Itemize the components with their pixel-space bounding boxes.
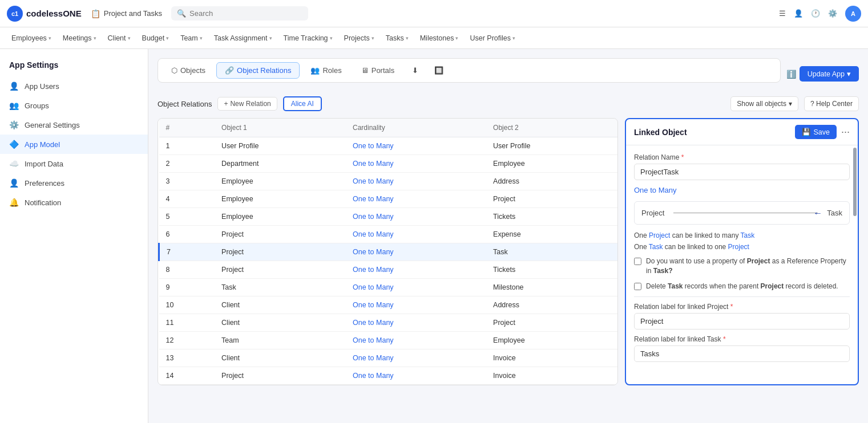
relation-text-2: One Task can be linked to one Project: [634, 243, 850, 251]
cell-obj1: Task: [215, 279, 346, 296]
new-relation-button[interactable]: + New Relation: [217, 97, 277, 111]
sidebar-item-meetings[interactable]: Meetings ▾: [58, 32, 101, 44]
sidebar-item-employees[interactable]: Employees ▾: [7, 32, 56, 44]
cell-obj1: Employee: [215, 208, 346, 226]
tab-more[interactable]: 🔲: [427, 63, 450, 78]
more-options-button[interactable]: ···: [841, 126, 850, 138]
sidebar-item-time-tracking[interactable]: Time Tracking ▾: [279, 32, 337, 44]
cell-cardinality[interactable]: One to Many: [346, 261, 486, 279]
cell-obj2: Address: [486, 173, 617, 190]
cell-obj2: Invoice: [486, 349, 617, 367]
alice-ai-label: Alice AI: [291, 100, 314, 108]
tab-roles[interactable]: 👥 Roles: [302, 62, 350, 79]
relation-obj1-rev-text: Project: [728, 243, 749, 251]
table-row[interactable]: 4 Employee One to Many Project: [159, 190, 618, 208]
cell-obj2: Tickets: [486, 261, 617, 279]
table-row[interactable]: 8 Project One to Many Tickets: [159, 261, 618, 279]
cell-cardinality[interactable]: One to Many: [346, 226, 486, 243]
cell-obj2: Task: [486, 243, 617, 261]
help-center-button[interactable]: ? Help Center: [804, 96, 859, 111]
table-row[interactable]: 9 Task One to Many Milestone: [159, 279, 618, 296]
layers-icon[interactable]: ☰: [779, 9, 786, 18]
cardinality-select[interactable]: One to Many: [634, 186, 850, 194]
sidebar-item-groups[interactable]: 👥 Groups: [0, 96, 148, 115]
sidebar-item-app-model[interactable]: 🔷 App Model: [0, 135, 148, 154]
sidebar-label-notification: Notification: [25, 198, 61, 207]
tab-objects[interactable]: ⬡ Objects: [163, 62, 214, 79]
info-icon[interactable]: ℹ️: [786, 70, 796, 79]
settings-icon[interactable]: ⚙️: [828, 9, 837, 18]
sidebar-item-import-data[interactable]: ☁️ Import Data: [0, 154, 148, 173]
cell-obj1: Project: [215, 243, 346, 261]
sidebar-item-budget[interactable]: Budget ▾: [138, 32, 174, 44]
cell-cardinality[interactable]: One to Many: [346, 208, 486, 226]
sidebar-item-projects[interactable]: Projects ▾: [340, 32, 379, 44]
sidebar-item-notification[interactable]: 🔔 Notification: [0, 193, 148, 212]
cell-obj2: Milestone: [486, 279, 617, 296]
cell-num: 13: [159, 349, 215, 367]
cell-cardinality[interactable]: One to Many: [346, 279, 486, 296]
delete-records-checkbox[interactable]: [634, 283, 641, 290]
dropdown-arrow-icon: ▾: [847, 70, 851, 78]
table-row[interactable]: 12 Team One to Many Employee: [159, 332, 618, 349]
user-add-icon[interactable]: 👤: [794, 9, 803, 18]
history-icon[interactable]: 🕐: [811, 9, 820, 18]
sidebar-item-milestones[interactable]: Milestones ▾: [415, 32, 463, 44]
cell-num: 8: [159, 261, 215, 279]
table-row[interactable]: 2 Department One to Many Employee: [159, 155, 618, 173]
show-all-objects-button[interactable]: Show all objects ▾: [730, 96, 798, 111]
table-row[interactable]: 1 User Profile One to Many User Profile: [159, 137, 618, 155]
chevron-down-icon: ▾: [94, 35, 96, 41]
objects-tab-icon: ⬡: [171, 66, 177, 75]
logo-text: codelessONE: [26, 9, 82, 18]
sidebar-item-app-users[interactable]: 👤 App Users: [0, 76, 148, 96]
sidebar-item-task-assignment[interactable]: Task Assignment ▾: [209, 32, 277, 44]
table-row[interactable]: 13 Client One to Many Invoice: [159, 349, 618, 367]
cell-cardinality[interactable]: One to Many: [346, 243, 486, 261]
table-row[interactable]: 11 Client One to Many Project: [159, 314, 618, 332]
sidebar-item-user-profiles[interactable]: User Profiles ▾: [465, 32, 520, 44]
cell-cardinality[interactable]: One to Many: [346, 137, 486, 155]
sidebar-item-general-settings[interactable]: ⚙️ General Settings: [0, 115, 148, 135]
table-row[interactable]: 5 Employee One to Many Tickets: [159, 208, 618, 226]
table-row[interactable]: 10 Client One to Many Address: [159, 296, 618, 314]
relation-label2-input[interactable]: [634, 345, 850, 362]
sidebar-item-team[interactable]: Team ▾: [176, 32, 207, 44]
cell-cardinality[interactable]: One to Many: [346, 349, 486, 367]
sub-header: Object Relations + New Relation Alice AI…: [158, 96, 859, 111]
arrow-left-icon: ←: [813, 208, 822, 218]
label2-title: Relation label for linked Task *: [634, 335, 850, 343]
table-row[interactable]: 7 Project One to Many Task ➜: [159, 243, 618, 261]
avatar[interactable]: A: [845, 6, 861, 22]
sidebar-item-client[interactable]: Client ▾: [103, 32, 135, 44]
reference-property-checkbox[interactable]: [634, 258, 641, 265]
table-row[interactable]: 14 Project One to Many Invoice: [159, 367, 618, 385]
project-breadcrumb[interactable]: 📋 Project and Tasks: [91, 9, 162, 18]
cell-cardinality[interactable]: One to Many: [346, 155, 486, 173]
relation-name-input[interactable]: [634, 164, 850, 180]
save-button[interactable]: 💾 Save: [795, 125, 837, 139]
update-app-button[interactable]: Update App ▾: [800, 66, 859, 82]
cell-cardinality[interactable]: One to Many: [346, 173, 486, 190]
cell-obj2: Address: [486, 296, 617, 314]
sidebar-item-preferences[interactable]: 👤 Preferences: [0, 173, 148, 193]
sidebar-item-tasks[interactable]: Tasks ▾: [381, 32, 413, 44]
cell-cardinality[interactable]: One to Many: [346, 296, 486, 314]
table-row[interactable]: 3 Employee One to Many Address: [159, 173, 618, 190]
tab-portals[interactable]: 🖥 Portals: [353, 62, 403, 79]
cell-cardinality[interactable]: One to Many: [346, 367, 486, 385]
tab-download[interactable]: ⬇: [405, 63, 425, 78]
cell-cardinality[interactable]: One to Many: [346, 190, 486, 208]
chevron-down-icon: ▾: [789, 100, 792, 108]
cell-cardinality[interactable]: One to Many: [346, 314, 486, 332]
relation-diagram: Project ← Task: [634, 201, 850, 225]
tab-object-relations[interactable]: 🔗 Object Relations: [216, 62, 300, 79]
search-area[interactable]: 🔍: [171, 6, 308, 21]
search-input[interactable]: [189, 9, 302, 18]
relation-label1-input[interactable]: [634, 313, 850, 330]
col-header-obj1: Object 1: [215, 119, 346, 137]
alice-ai-button[interactable]: Alice AI: [283, 96, 322, 111]
table-row[interactable]: 6 Project One to Many Expense: [159, 226, 618, 243]
cell-cardinality[interactable]: One to Many: [346, 332, 486, 349]
cloud-icon: ☁️: [9, 159, 19, 168]
